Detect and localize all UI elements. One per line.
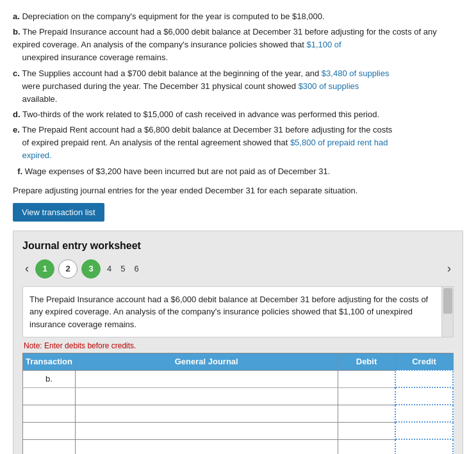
description-box: The Prepaid Insurance account had a $6,0… (22, 286, 454, 338)
debit-input-1[interactable] (341, 373, 393, 385)
debit-input-cell-4[interactable] (338, 422, 395, 439)
tab-4[interactable]: 4 (104, 263, 114, 275)
worksheet-container: Journal entry worksheet ‹ 1 2 3 4 5 6 › … (13, 231, 463, 454)
problem-b: b. The Prepaid Insurance account had a $… (13, 26, 463, 64)
tab-5[interactable]: 5 (118, 263, 127, 275)
debit-input-4[interactable] (341, 425, 393, 437)
transaction-label-b: b. (23, 370, 76, 387)
problem-a: a. Depreciation on the company's equipme… (13, 10, 463, 23)
prepare-text: Prepare adjusting journal entries for th… (13, 186, 463, 195)
journal-input-1[interactable] (76, 371, 338, 387)
highlight-e: $5,800 of prepaid rent had (290, 138, 388, 147)
credit-input-cell-4[interactable] (395, 422, 453, 439)
table-row (23, 422, 454, 439)
journal-input-cell-5[interactable] (75, 439, 338, 454)
journal-input-cell-3[interactable] (75, 405, 338, 422)
journal-input-cell-1[interactable] (75, 370, 338, 387)
highlight-c1: $3,480 of supplies (322, 69, 390, 78)
table-row (23, 405, 454, 422)
col-header-credit: Credit (395, 353, 453, 371)
debit-input-3[interactable] (341, 407, 393, 420)
journal-table: Transaction General Journal Debit Credit… (22, 353, 454, 454)
credit-input-cell-3[interactable] (395, 405, 453, 422)
transaction-label-empty-5 (23, 439, 76, 454)
journal-input-cell-4[interactable] (75, 422, 338, 439)
debit-input-cell-3[interactable] (338, 405, 395, 422)
scrollbar[interactable] (441, 287, 453, 337)
credit-input-cell-2[interactable] (395, 387, 453, 405)
credit-input-cell-1[interactable] (395, 370, 453, 387)
highlight-b: $1,100 of (306, 40, 341, 49)
debit-input-cell-2[interactable] (338, 387, 395, 405)
col-header-transaction: Transaction (23, 353, 76, 371)
scrollbar-thumb (443, 288, 452, 314)
journal-input-5[interactable] (76, 440, 338, 454)
description-text: The Prepaid Insurance account had a $6,0… (29, 295, 428, 329)
journal-input-3[interactable] (76, 405, 338, 422)
credit-input-4[interactable] (398, 425, 450, 437)
tab-3[interactable]: 3 (81, 259, 101, 279)
debit-input-cell-5[interactable] (338, 439, 395, 454)
highlight-c2: $300 of supplies (299, 81, 359, 91)
problem-d: d. Two-thirds of the work related to $15… (13, 108, 463, 121)
transaction-label-empty-3 (23, 405, 76, 422)
credit-input-5[interactable] (398, 442, 450, 454)
transaction-label-empty-4 (23, 422, 76, 439)
worksheet-title: Journal entry worksheet (22, 240, 454, 252)
highlight-e2: expired. (22, 150, 51, 160)
journal-input-cell-2[interactable] (75, 387, 338, 405)
journal-input-2[interactable] (76, 388, 338, 405)
next-arrow[interactable]: › (445, 261, 454, 277)
prev-arrow[interactable]: ‹ (22, 261, 31, 277)
journal-input-4[interactable] (76, 423, 338, 439)
note-text: Note: Enter debits before credits. (22, 341, 454, 350)
tab-6[interactable]: 6 (131, 263, 141, 275)
tab-1[interactable]: 1 (35, 259, 54, 279)
col-header-debit: Debit (338, 353, 395, 371)
problem-text: a. Depreciation on the company's equipme… (13, 10, 463, 178)
credit-input-2[interactable] (398, 390, 450, 402)
problem-f: f. Wage expenses of $3,200 have been inc… (13, 165, 463, 178)
page-content: a. Depreciation on the company's equipme… (0, 0, 476, 454)
table-row: b. (23, 370, 454, 387)
tab-2[interactable]: 2 (58, 259, 78, 279)
table-row (23, 387, 454, 405)
credit-input-1[interactable] (398, 373, 450, 385)
problem-e: e. The Prepaid Rent account had a $6,800… (13, 124, 463, 162)
transaction-label-empty-2 (23, 387, 76, 405)
tab-nav: ‹ 1 2 3 4 5 6 › (22, 259, 454, 279)
view-transaction-btn[interactable]: View transaction list (13, 203, 104, 222)
debit-input-cell-1[interactable] (338, 370, 395, 387)
table-row (23, 439, 454, 454)
credit-input-3[interactable] (398, 407, 450, 419)
debit-input-2[interactable] (341, 390, 393, 403)
col-header-journal: General Journal (75, 353, 338, 371)
credit-input-cell-5[interactable] (395, 439, 453, 454)
problem-c: c. The Supplies account had a $700 debit… (13, 67, 463, 106)
debit-input-5[interactable] (341, 442, 393, 454)
